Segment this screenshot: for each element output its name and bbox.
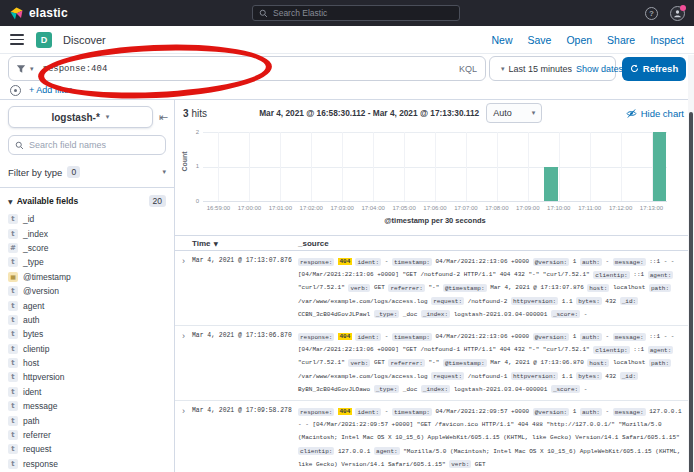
source-field-badge: response:	[298, 333, 334, 341]
field-search-input[interactable]: Search field names	[8, 135, 166, 155]
source-field-badge: _index:	[421, 385, 450, 393]
gridline-v	[311, 132, 312, 201]
time-column-header[interactable]: Time ▼	[192, 239, 298, 248]
hide-chart-button[interactable]: Hide chart	[626, 108, 684, 119]
expand-row-icon[interactable]: ›	[175, 330, 192, 396]
field-item[interactable]: treferrer	[0, 428, 174, 442]
source-field-badge: request:	[431, 297, 464, 305]
field-item[interactable]: ▦@timestamp	[0, 270, 174, 284]
x-tick-label: 17:10:00	[547, 205, 570, 211]
query-text: response:404	[43, 64, 108, 74]
filter-by-type[interactable]: Filter by type 0 ▾	[8, 162, 166, 182]
histogram-plot[interactable]	[203, 132, 667, 201]
scrollbar-track[interactable]	[688, 55, 694, 472]
expand-row-icon[interactable]: ›	[175, 255, 192, 321]
elastic-logo[interactable]: elastic	[9, 6, 68, 21]
field-item[interactable]: t@version	[0, 284, 174, 298]
source-field-badge: ident:	[355, 258, 381, 266]
field-item[interactable]: tresponse	[0, 457, 174, 471]
source-field-badge: _score:	[551, 310, 580, 318]
gridline-v	[435, 132, 436, 201]
doc-table-header: Time ▼ _source	[175, 235, 694, 251]
source-field-badge: verb:	[348, 284, 370, 292]
nav-actions: New Save Open Share Inspect	[491, 34, 684, 46]
field-name: referrer	[23, 430, 51, 440]
chevron-down-icon: ▾	[501, 65, 505, 73]
y-tick-label: 0	[183, 198, 199, 204]
available-fields-header[interactable]: ▼ Available fields 20	[0, 188, 174, 212]
field-item[interactable]: t_id	[0, 212, 174, 226]
inspect-button[interactable]: Inspect	[650, 34, 684, 46]
source-field-badge: response:	[298, 258, 334, 266]
table-row[interactable]: ›Mar 4, 2021 @ 17:13:07.876response: 404…	[175, 251, 694, 326]
source-field-badge: auth:	[580, 333, 602, 341]
open-button[interactable]: Open	[566, 34, 592, 46]
date-picker[interactable]: ▾ Last 15 minutes Show dates	[489, 56, 616, 81]
share-button[interactable]: Share	[607, 34, 635, 46]
scrollbar-thumb[interactable]	[689, 112, 693, 472]
field-item[interactable]: thttpversion	[0, 370, 174, 384]
source-field-badge: auth:	[580, 258, 602, 266]
field-type-icon: ▦	[8, 272, 18, 282]
field-item[interactable]: tmessage	[0, 399, 174, 413]
doc-time: Mar 4, 2021 @ 17:09:58.278	[192, 405, 298, 471]
new-button[interactable]: New	[491, 34, 512, 46]
x-tick-label: 17:00:00	[238, 205, 261, 211]
chevron-down-icon: ▾	[106, 113, 110, 121]
query-input[interactable]: ▾ response:404 KQL	[8, 56, 486, 81]
table-row[interactable]: ›Mar 4, 2021 @ 17:13:06.870response: 404…	[175, 326, 694, 401]
field-type-icon: t	[8, 459, 18, 469]
field-type-icon: t	[8, 430, 18, 440]
source-field-badge: path:	[649, 284, 671, 292]
show-dates-button[interactable]: Show dates	[576, 64, 623, 74]
histogram-bar[interactable]	[653, 132, 666, 201]
field-item[interactable]: tagent	[0, 298, 174, 312]
expand-row-icon[interactable]: ›	[175, 405, 192, 471]
field-type-icon: t	[8, 372, 18, 382]
time-range-display: Mar 4, 2021 @ 16:58:30.112 - Mar 4, 2021…	[259, 108, 479, 118]
table-row[interactable]: ›Mar 4, 2021 @ 17:09:58.278response: 404…	[175, 401, 694, 472]
refresh-button[interactable]: Refresh	[622, 57, 686, 81]
field-name: @version	[23, 286, 59, 296]
field-item[interactable]: tpath	[0, 413, 174, 427]
discover-app-badge[interactable]: D	[36, 32, 52, 48]
index-pattern-label: logstash-*	[51, 112, 99, 123]
x-tick-label: 17:03:00	[331, 205, 354, 211]
x-tick-label: 17:11:00	[578, 205, 601, 211]
time-range-value[interactable]: Last 15 minutes	[509, 64, 573, 74]
global-search-input[interactable]: Search Elastic	[252, 5, 460, 21]
field-item[interactable]: tclientip	[0, 342, 174, 356]
save-button[interactable]: Save	[527, 34, 551, 46]
histogram-bar[interactable]	[544, 167, 557, 202]
collapse-sidebar-icon[interactable]: ⇤	[159, 111, 168, 124]
help-icon[interactable]: ?	[645, 7, 658, 20]
chevron-down-icon: ▾	[30, 65, 34, 73]
source-field-badge: timestamp:	[392, 408, 432, 416]
hits-number: 3	[183, 108, 189, 119]
sort-down-icon: ▼	[214, 240, 219, 247]
kibana-discover-screen: elastic Search Elastic ? D Discover	[0, 0, 694, 472]
x-tick-label: 17:08:00	[485, 205, 508, 211]
interval-select[interactable]: Auto ▾	[486, 103, 542, 123]
index-pattern-select[interactable]: logstash-* ▾	[8, 106, 153, 128]
field-item[interactable]: t_type	[0, 255, 174, 269]
field-item[interactable]: tident	[0, 385, 174, 399]
gridline-v	[280, 132, 281, 201]
field-item[interactable]: tbytes	[0, 327, 174, 341]
add-filter-button[interactable]: + Add filter	[29, 85, 72, 95]
field-item[interactable]: thost	[0, 356, 174, 370]
doc-time: Mar 4, 2021 @ 17:13:06.870	[192, 330, 298, 396]
app-navbar: D Discover New Save Open Share Inspect	[0, 26, 694, 54]
field-item[interactable]: trequest	[0, 442, 174, 456]
gridline-v	[559, 132, 560, 201]
menu-icon[interactable]	[10, 34, 24, 45]
source-field-badge: @version:	[533, 408, 569, 416]
x-tick-label: 17:04:00	[361, 205, 384, 211]
field-item[interactable]: tauth	[0, 313, 174, 327]
user-avatar[interactable]	[670, 6, 685, 21]
field-item[interactable]: t_index	[0, 226, 174, 240]
source-field-badge: message:	[613, 408, 646, 416]
field-item[interactable]: #_score	[0, 241, 174, 255]
filters-icon[interactable]	[10, 85, 21, 96]
query-language-button[interactable]: KQL	[459, 64, 477, 74]
